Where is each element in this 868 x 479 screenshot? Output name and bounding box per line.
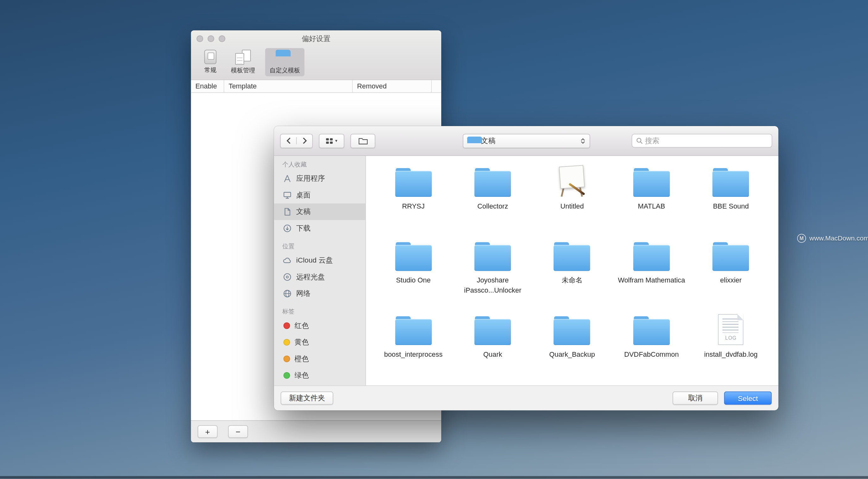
new-folder-button[interactable]: 新建文件夹 <box>281 391 333 405</box>
prefs-header: 偏好设置 常规 模板管理 自定义模板 <box>191 30 441 80</box>
search-input[interactable] <box>645 136 772 145</box>
column-header-removed[interactable]: Removed <box>353 80 432 93</box>
forward-icon <box>302 137 307 144</box>
tag-dot-orange <box>283 355 290 362</box>
watermark-text: www.MacDown.com <box>809 234 868 242</box>
sidebar-item-desktop[interactable]: 桌面 <box>274 187 365 204</box>
forward-button[interactable] <box>297 137 312 144</box>
view-options-button[interactable]: ▾ <box>319 134 344 148</box>
file-item[interactable]: DVDFabCommon <box>612 307 691 382</box>
file-name: BBE Sound <box>713 202 749 212</box>
cancel-button[interactable]: 取消 <box>673 391 718 405</box>
new-folder-toolbar-button[interactable] <box>350 134 375 148</box>
search-field[interactable] <box>632 134 772 148</box>
log-badge: LOG <box>719 335 743 341</box>
sidebar-item-tag-yellow[interactable]: 黄色 <box>274 334 365 351</box>
sidebar-item-label: 远程光盘 <box>296 272 325 282</box>
toolbar-label: 常规 <box>204 66 217 74</box>
file-item[interactable]: Collectorz <box>453 159 532 234</box>
sidebar-item-label: 应用程序 <box>296 174 325 184</box>
sidebar-item-network[interactable]: 网络 <box>274 285 365 302</box>
file-item[interactable]: Joyoshare iPassco...Unlocker <box>453 234 532 308</box>
file-name: Wolfram Mathematica <box>618 276 685 286</box>
sidebar-item-applications[interactable]: 应用程序 <box>274 170 365 187</box>
sidebar-item-label: 下载 <box>296 224 311 234</box>
toolbar-item-custom-templates[interactable]: 自定义模板 <box>265 48 304 76</box>
file-name: DVDFabCommon <box>624 350 679 360</box>
select-button[interactable]: Select <box>724 391 772 405</box>
back-icon <box>286 137 291 144</box>
sidebar-section-favorites: 个人收藏 <box>274 161 365 171</box>
desktop: 偏好设置 常规 模板管理 自定义模板 Enable Template <box>0 0 868 479</box>
folder-icon <box>395 316 432 345</box>
file-item[interactable]: 未命名 <box>532 234 612 308</box>
add-template-button[interactable]: + <box>198 425 218 438</box>
sidebar-item-tag-red[interactable]: 红色 <box>274 317 365 334</box>
sidebar-item-tag-orange[interactable]: 橙色 <box>274 351 365 368</box>
file-item[interactable]: Quark_Backup <box>532 307 612 382</box>
prefs-titlebar[interactable]: 偏好设置 <box>191 30 441 47</box>
file-item[interactable]: Studio One <box>374 234 453 308</box>
log-file-icon: LOG <box>718 314 744 345</box>
file-item[interactable]: Wolfram Mathematica <box>612 234 691 308</box>
back-button[interactable] <box>281 137 297 144</box>
file-item[interactable]: boost_interprocess <box>374 307 453 382</box>
sidebar-item-tag-green[interactable]: 绿色 <box>274 367 365 384</box>
close-icon[interactable] <box>196 35 203 42</box>
cloud-icon <box>282 255 292 265</box>
dialog-footer: 新建文件夹 取消 Select <box>274 385 778 410</box>
file-name: Joyoshare iPassco...Unlocker <box>459 276 527 295</box>
folder-icon <box>474 316 511 345</box>
traffic-lights <box>196 35 225 42</box>
file-item[interactable]: LOG install_dvdfab.log <box>691 307 771 382</box>
minimize-icon[interactable] <box>208 35 214 42</box>
file-name: Collectorz <box>477 202 508 212</box>
sidebar-item-label: 网络 <box>296 289 311 299</box>
toolbar-label: 模板管理 <box>231 66 255 75</box>
applications-icon <box>282 174 292 183</box>
column-header-template[interactable]: Template <box>224 80 353 93</box>
sidebar-section-tags: 标签 <box>274 307 365 317</box>
file-name: 未命名 <box>562 276 583 286</box>
file-item[interactable]: BBE Sound <box>691 159 771 234</box>
column-header-enable[interactable]: Enable <box>191 80 224 93</box>
file-item[interactable]: elixxier <box>691 234 771 308</box>
folder-icon <box>395 242 432 271</box>
file-item[interactable]: Quark <box>453 307 532 382</box>
sidebar-item-icloud[interactable]: iCloud 云盘 <box>274 252 365 269</box>
sidebar-item-downloads[interactable]: 下载 <box>274 220 365 237</box>
location-popup[interactable]: 文稿 <box>463 134 590 148</box>
prefs-footer: + − <box>191 420 441 442</box>
sidebar-item-remote-disc[interactable]: 远程光盘 <box>274 269 365 286</box>
file-name: Quark_Backup <box>549 350 595 360</box>
toolbar-item-general[interactable]: 常规 <box>200 48 221 76</box>
toolbar-item-template-management[interactable]: 模板管理 <box>226 48 260 76</box>
tag-dot-yellow <box>283 339 290 346</box>
sidebar-item-documents[interactable]: 文稿 <box>274 203 365 220</box>
sidebar-item-label: 黄色 <box>294 337 309 348</box>
remove-template-button[interactable]: − <box>228 425 248 438</box>
sidebar-item-label: 绿色 <box>294 371 309 381</box>
folder-icon <box>554 242 591 271</box>
easel-icon <box>555 165 589 197</box>
new-folder-icon <box>358 136 368 145</box>
file-name: Untitled <box>561 202 584 212</box>
downloads-icon <box>282 224 292 233</box>
file-item[interactable]: RRYSJ <box>374 159 453 234</box>
folder-icon <box>554 316 591 345</box>
file-name: Studio One <box>396 276 431 286</box>
zoom-icon[interactable] <box>219 35 225 42</box>
tag-dot-red <box>283 322 290 329</box>
prefs-toolbar: 常规 模板管理 自定义模板 <box>191 47 441 80</box>
prefs-table-header: Enable Template Removed <box>191 80 441 93</box>
sidebar-item-label: 文稿 <box>296 207 311 217</box>
window-title: 偏好设置 <box>191 30 441 47</box>
folder-icon <box>633 242 670 271</box>
file-item[interactable]: MATLAB <box>612 159 691 234</box>
file-open-dialog: ▾ 文稿 <box>274 126 778 410</box>
nav-segmented-control <box>280 134 313 148</box>
column-header-spacer <box>432 80 441 93</box>
file-item[interactable]: Untitled <box>532 159 612 234</box>
folder-icon <box>633 316 670 345</box>
blue-folder-icon <box>275 50 294 65</box>
